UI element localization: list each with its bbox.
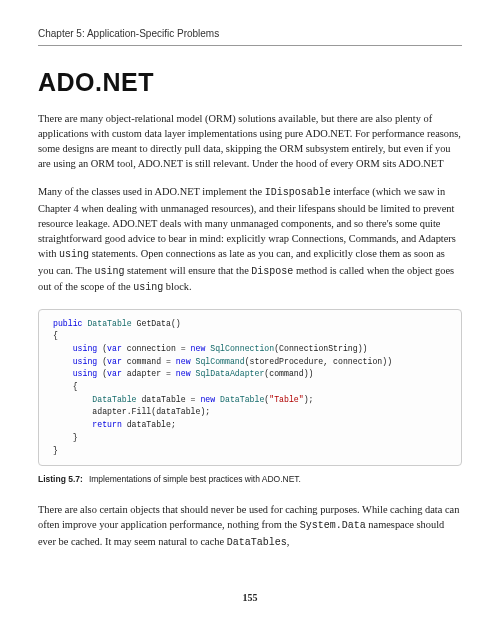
code-keyword: var: [107, 357, 122, 366]
body-paragraph-3: There are also certain objects that shou…: [38, 502, 462, 550]
code-text: (storedProcedure, connection)): [245, 357, 392, 366]
code-text: }: [53, 446, 58, 455]
code-text: {: [53, 382, 78, 391]
body-paragraph-1: There are many object-relational model (…: [38, 111, 462, 171]
listing-caption: Listing 5.7:Implementations of simple be…: [38, 474, 462, 484]
code-text: dataTable =: [137, 395, 201, 404]
inline-code: using: [59, 249, 89, 260]
code-text: [53, 357, 73, 366]
code-text: dataTable;: [122, 420, 176, 429]
code-text: [53, 344, 73, 353]
code-text: command =: [122, 357, 176, 366]
code-keyword: using: [73, 369, 98, 378]
code-text: (command)): [264, 369, 313, 378]
code-text: [53, 369, 73, 378]
listing-text: Implementations of simple best practices…: [89, 474, 301, 484]
code-type: SqlDataAdapter: [196, 369, 265, 378]
code-keyword: var: [107, 369, 122, 378]
code-keyword: using: [73, 357, 98, 366]
code-text: GetData(): [132, 319, 181, 328]
code-text: }: [53, 433, 78, 442]
chapter-header: Chapter 5: Application-Specific Problems: [38, 28, 462, 46]
code-keyword: var: [107, 344, 122, 353]
page-title: ADO.NET: [38, 68, 462, 97]
code-text: (: [97, 369, 107, 378]
inline-code: using: [133, 282, 163, 293]
code-keyword: return: [92, 420, 121, 429]
code-string: "Table": [269, 395, 303, 404]
code-text: adapter =: [122, 369, 176, 378]
code-text: [53, 395, 92, 404]
code-text: [53, 420, 92, 429]
code-text: );: [304, 395, 314, 404]
text: block.: [163, 281, 191, 292]
code-text: (: [97, 357, 107, 366]
inline-code: Dispose: [251, 266, 293, 277]
code-type: SqlCommand: [196, 357, 245, 366]
code-text: adapter.Fill(dataTable);: [53, 407, 210, 416]
code-keyword: new: [176, 369, 191, 378]
inline-code: using: [94, 266, 124, 277]
inline-code: System.Data: [300, 520, 366, 531]
code-keyword: public: [53, 319, 82, 328]
code-type: DataTable: [92, 395, 136, 404]
inline-code: IDisposable: [265, 187, 331, 198]
text: ,: [287, 536, 290, 547]
code-keyword: using: [73, 344, 98, 353]
listing-label: Listing 5.7:: [38, 474, 83, 484]
text: Many of the classes used in ADO.NET impl…: [38, 186, 265, 197]
code-type: SqlConnection: [210, 344, 274, 353]
code-text: {: [53, 331, 58, 340]
code-type: DataTable: [87, 319, 131, 328]
code-text: (: [97, 344, 107, 353]
inline-code: DataTables: [227, 537, 287, 548]
text: statement will ensure that the: [124, 265, 251, 276]
page-number: 155: [0, 592, 500, 603]
body-paragraph-2: Many of the classes used in ADO.NET impl…: [38, 184, 462, 295]
code-type: DataTable: [220, 395, 264, 404]
code-listing: public DataTable GetData() { using (var …: [38, 309, 462, 467]
code-text: (ConnectionString)): [274, 344, 367, 353]
code-keyword: new: [200, 395, 215, 404]
code-keyword: new: [191, 344, 206, 353]
code-text: connection =: [122, 344, 191, 353]
code-keyword: new: [176, 357, 191, 366]
